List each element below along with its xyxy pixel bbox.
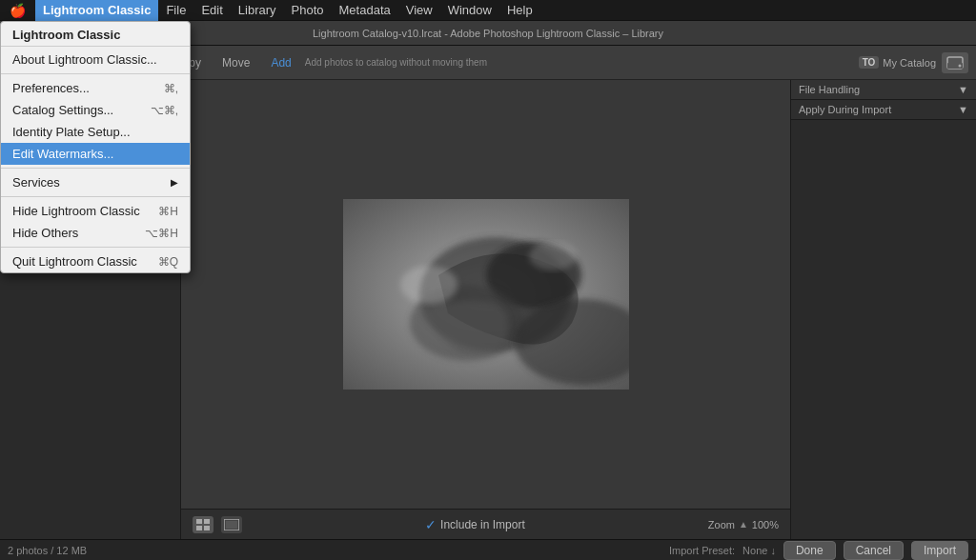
add-action[interactable]: Add xyxy=(263,54,298,71)
apply-during-import-header[interactable]: Apply During Import ▼ xyxy=(791,100,976,120)
menu-metadata[interactable]: Metadata xyxy=(332,0,398,21)
menu-photo[interactable]: Photo xyxy=(284,0,332,21)
menu-edit[interactable]: Edit xyxy=(193,0,230,21)
zoom-up-button[interactable]: ▲ xyxy=(739,519,748,530)
svg-rect-11 xyxy=(204,519,210,524)
window-title: Lightroom Catalog-v10.lrcat - Adobe Phot… xyxy=(313,28,663,39)
center-content: ✓ Include in Import Zoom ▲ 100% xyxy=(181,80,790,539)
zoom-label: Zoom xyxy=(708,519,735,530)
to-badge: TO xyxy=(859,56,880,69)
zoom-area: Zoom ▲ 100% xyxy=(708,519,779,530)
catalog-name: My Catalog xyxy=(883,57,936,69)
grid-view-button[interactable] xyxy=(193,516,214,533)
menu-about[interactable]: About Lightroom Classic... xyxy=(1,49,190,70)
apply-during-import-toggle: ▼ xyxy=(958,104,968,115)
import-preset-value[interactable]: None ↓ xyxy=(742,545,776,556)
menu-catalog-settings[interactable]: Catalog Settings... ⌥⌘, xyxy=(1,99,190,121)
apple-menu[interactable]: 🍎 xyxy=(0,3,35,18)
hard-drive-icon xyxy=(942,52,968,73)
apply-during-import-label: Apply During Import xyxy=(799,104,891,115)
import-preset-label: Import Preset: xyxy=(669,545,735,556)
dropdown-app-name: Lightroom Classic xyxy=(1,22,190,47)
cancel-button[interactable]: Cancel xyxy=(844,541,904,560)
mac-menubar: 🍎 Lightroom Classic File Edit Library Ph… xyxy=(0,0,976,21)
menu-separator-1 xyxy=(1,73,190,74)
svg-point-9 xyxy=(529,242,577,270)
import-button[interactable]: Import xyxy=(911,541,968,560)
include-checkmark: ✓ xyxy=(425,517,437,532)
menu-separator-3 xyxy=(1,196,190,197)
menu-file[interactable]: File xyxy=(158,0,193,21)
bottom-toolbar: ✓ Include in Import Zoom ▲ 100% xyxy=(181,509,790,539)
menu-library[interactable]: Library xyxy=(231,0,284,21)
menu-hide-lr[interactable]: Hide Lightroom Classic ⌘H xyxy=(1,200,190,222)
menu-services[interactable]: Services ▶ xyxy=(1,171,190,193)
zoom-value: 100% xyxy=(752,519,779,530)
svg-point-2 xyxy=(959,64,962,67)
menu-identity-plate[interactable]: Identity Plate Setup... xyxy=(1,121,190,143)
file-handling-header[interactable]: File Handling ▼ xyxy=(791,80,976,100)
menu-window[interactable]: Window xyxy=(440,0,499,21)
right-panel: File Handling ▼ Apply During Import ▼ xyxy=(790,80,976,539)
file-handling-label: File Handling xyxy=(799,84,860,95)
svg-rect-12 xyxy=(196,526,202,530)
image-area xyxy=(181,80,790,509)
move-action[interactable]: Move xyxy=(214,54,257,71)
svg-rect-10 xyxy=(196,519,202,524)
svg-rect-15 xyxy=(226,521,237,529)
menu-separator-2 xyxy=(1,168,190,169)
photo-preview xyxy=(343,199,629,390)
include-label: Include in Import xyxy=(440,518,525,531)
to-catalog-area: TO My Catalog xyxy=(859,56,936,69)
include-import-area: ✓ Include in Import xyxy=(250,517,701,532)
menu-lightroom-classic[interactable]: Lightroom Classic xyxy=(35,0,158,21)
menu-view[interactable]: View xyxy=(398,0,440,21)
svg-rect-13 xyxy=(204,526,210,530)
svg-point-8 xyxy=(400,266,458,304)
menu-hide-others[interactable]: Hide Others ⌥⌘H xyxy=(1,222,190,244)
status-bar: 2 photos / 12 MB Import Preset: None ↓ D… xyxy=(0,539,976,560)
loupe-view-button[interactable] xyxy=(221,516,242,533)
done-button[interactable]: Done xyxy=(783,541,836,560)
menu-edit-watermarks[interactable]: Edit Watermarks... xyxy=(1,143,190,165)
add-subtitle: Add photos to catalog without moving the… xyxy=(305,57,487,68)
photo-svg xyxy=(343,199,629,390)
menu-separator-4 xyxy=(1,247,190,248)
menu-help[interactable]: Help xyxy=(499,0,540,21)
menu-preferences[interactable]: Preferences... ⌘, xyxy=(1,77,190,99)
lightroom-classic-dropdown: Lightroom Classic About Lightroom Classi… xyxy=(0,21,191,273)
menu-quit[interactable]: Quit Lightroom Classic ⌘Q xyxy=(1,250,190,272)
photo-count: 2 photos / 12 MB xyxy=(8,545,87,556)
file-handling-toggle: ▼ xyxy=(958,84,968,95)
